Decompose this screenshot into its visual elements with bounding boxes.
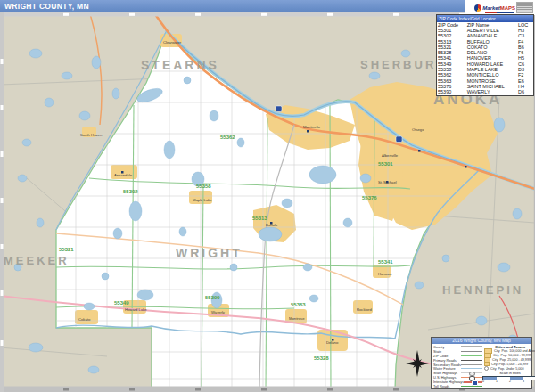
zip-label-55328: 55328 [314, 355, 329, 361]
legend-line-state [461, 351, 482, 352]
name-cell: WAVERLY [466, 89, 517, 94]
loc-cell: D6 [517, 89, 533, 94]
page-title: WRIGHT COUNTY, MN [4, 2, 89, 11]
legend-line-county [461, 346, 482, 347]
zip-label-55376: 55376 [362, 195, 377, 200]
city-label: Albertville [382, 153, 399, 158]
legend-line-zip [461, 355, 482, 356]
legend-panel: 2016 Wright County, MN Map County State … [431, 337, 532, 389]
zip-row[interactable]: 55390WAVERLYD6 [437, 89, 533, 94]
zip-cell: 55390 [437, 89, 466, 94]
zip-row[interactable]: 55302ANNANDALEC3 [437, 33, 533, 38]
scale-tick: 2 [509, 380, 511, 384]
legend-label: Toll Roads [433, 384, 449, 388]
city-label: Otsego [412, 127, 424, 132]
scale-tick: 0 [482, 380, 484, 384]
zip-label-55390: 55390 [205, 295, 220, 300]
interstate-shield-icon [276, 106, 282, 112]
zip-index-panel: ZIP Code Index/Grid Locator ZIP Code ZIP… [436, 14, 534, 96]
legend-line-water [461, 368, 482, 369]
logo-underline [485, 12, 514, 14]
zip-label-55341: 55341 [378, 259, 393, 265]
brand-word-maps: MAPS [500, 5, 515, 11]
city-class-name: City [494, 349, 500, 353]
city-swatch [484, 366, 489, 371]
zip-label-55301: 55301 [378, 161, 393, 167]
county-label-hennepin: HENNEPIN [442, 283, 523, 297]
zip-label-55363: 55363 [291, 302, 306, 307]
city-label: Maple Lake [193, 198, 212, 202]
city-class-range: Pop. 5,000 - 24,999 [499, 363, 528, 366]
logo-fine-print [516, 2, 533, 13]
city-label: Cokato [78, 317, 91, 322]
city-label: South Haven [80, 133, 103, 137]
city-label: Montrose [289, 316, 305, 321]
zip-index-table: ZIP Code ZIP Name LOC 55301ALBERTVILLEH3… [437, 22, 533, 95]
city-class-range: Pop. 100,000 and Above [502, 349, 535, 353]
globe-icon [474, 4, 482, 12]
legend-line-secondary-roads [461, 364, 482, 365]
zip-row[interactable]: 55313BUFFALOF4 [437, 39, 533, 45]
city-label: Buffalo [266, 223, 278, 227]
legend-cities-column: Cities and Towns CityPop. 100,000 and Ab… [482, 345, 535, 388]
legend-line-primary-roads [461, 360, 482, 361]
city-class-name: City [492, 358, 498, 362]
legend-line-toll-roads [461, 386, 482, 387]
zip-label-55313: 55313 [252, 216, 268, 221]
city-label: Howard Lake [125, 307, 147, 312]
city-label: Annandale [114, 173, 133, 177]
city-class-name: City [491, 363, 498, 366]
zip-index-header: ZIP Code Index/Grid Locator [437, 15, 533, 22]
zip-row[interactable]: 55341HANOVERH5 [437, 55, 533, 61]
city-label: Delano [326, 340, 339, 345]
interstate-shield-icon [396, 136, 402, 143]
county-label-wright: WRIGHT [176, 246, 243, 260]
city-class-name: City [493, 354, 499, 357]
legend-symbols-column: County State ZIP Code Primary Roads Seco… [433, 345, 482, 388]
county-label-meeker: MEEKER [4, 254, 70, 267]
city-label: Waverly [211, 310, 226, 314]
city-label: Rockford [357, 307, 372, 312]
zip-label-55349: 55349 [114, 300, 129, 306]
scale-bar: Scale in Miles 0 1 2 3 4 [482, 372, 535, 384]
legend-line-state-highways [461, 372, 482, 373]
city-label: Hanover [378, 272, 392, 276]
zip-label-55302: 55302 [123, 189, 138, 194]
city-class-range: Pop. 25,000 - 49,999 [500, 358, 531, 362]
map-page: STEARNS SHERBURNE ANOKA MEEKER WRIGHT HE… [0, 0, 535, 392]
city-class-name: City [490, 367, 497, 371]
scale-tick: 3 [523, 380, 524, 384]
brand-logo-area: MarketMAPS [465, 0, 535, 15]
brand-word-market: Market [482, 5, 499, 11]
zip-row[interactable]: 55362MONTICELLOF2 [437, 72, 533, 78]
city-label: Clearwater [163, 40, 182, 45]
title-bar: WRIGHT COUNTY, MN [0, 0, 465, 12]
county-label-stearns: STEARNS [141, 58, 219, 72]
city-class-range: Pop. 50,000 - 99,999 [501, 354, 531, 357]
legend-title: 2016 Wright County, MN Map [432, 338, 531, 344]
zip-label-55358: 55358 [196, 184, 211, 189]
city-label: Monticello [303, 125, 321, 129]
zip-label-55362: 55362 [220, 135, 235, 140]
scale-tick: 1 [496, 380, 498, 384]
zip-label-55321: 55321 [59, 247, 74, 252]
legend-line-interstate-highways [464, 381, 482, 383]
city-label: St. Michael [378, 180, 397, 184]
city-class-range: Pop. Under 5,000 [498, 367, 524, 371]
legend-line-us-highways [461, 377, 482, 378]
